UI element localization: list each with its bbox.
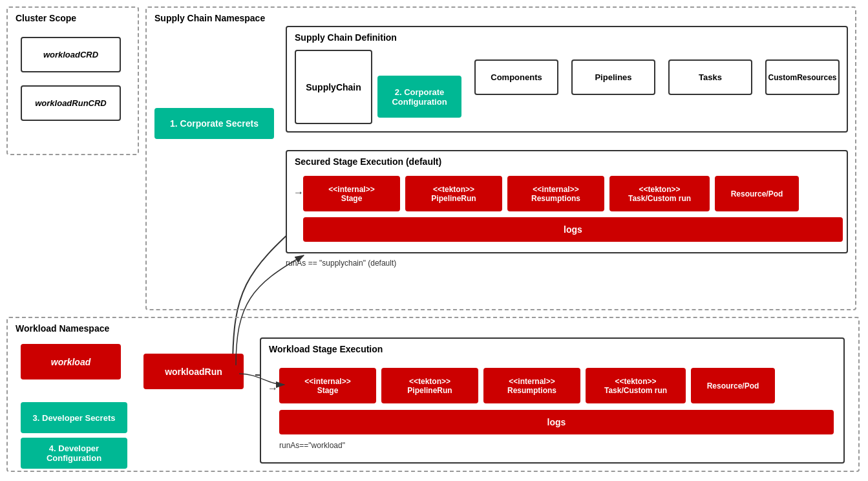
workload-namespace-label: Workload Namespace bbox=[16, 323, 109, 334]
cluster-scope-region: Cluster Scope workloadCRD workloadRunCRD bbox=[6, 6, 139, 155]
workload-internal-resumptions: <<internal>> Resumptions bbox=[483, 368, 580, 403]
workload-internal-stage: <<internal>> Stage bbox=[279, 368, 376, 403]
workload-logs-bar: logs bbox=[279, 410, 834, 434]
workload-tekton-pipeline: <<tekton>> PipelineRun bbox=[381, 368, 478, 403]
secured-tekton-pipeline: <<tekton>> PipelineRun bbox=[405, 176, 502, 211]
tasks-box: Tasks bbox=[668, 59, 752, 95]
corporate-config-box: 2. Corporate Configuration bbox=[377, 76, 461, 118]
workload-stage-label: Workload Stage Execution bbox=[269, 344, 383, 354]
pipelines-box: Pipelines bbox=[571, 59, 655, 95]
cluster-scope-label: Cluster Scope bbox=[16, 13, 76, 23]
supply-chain-box: SupplyChain bbox=[295, 50, 372, 124]
supply-chain-def-region: Supply Chain Definition SupplyChain 2. C… bbox=[286, 26, 848, 133]
secured-internal-stage: <<internal>> Stage bbox=[303, 176, 400, 211]
secured-internal-resumptions: <<internal>> Resumptions bbox=[507, 176, 604, 211]
run-as-supplychain-label: runAs == "supplychain" (default) bbox=[286, 259, 396, 268]
secured-stage-region: Secured Stage Execution (default) → <<in… bbox=[286, 150, 848, 253]
corporate-secrets-box: 1. Corporate Secrets bbox=[154, 108, 274, 139]
secured-resource-pod: Resource/Pod bbox=[715, 176, 799, 211]
secured-stage-label: Secured Stage Execution (default) bbox=[295, 156, 441, 167]
workload-arrow-indicator: → bbox=[268, 383, 278, 394]
secured-logs-bar: logs bbox=[303, 217, 843, 242]
workload-run-crd-box: workloadRunCRD bbox=[21, 85, 121, 121]
supply-chain-def-label: Supply Chain Definition bbox=[295, 32, 397, 43]
workload-resource-pod: Resource/Pod bbox=[691, 368, 775, 403]
workload-crd-box: workloadCRD bbox=[21, 37, 121, 72]
workload-run-box: workloadRun bbox=[143, 354, 244, 389]
workload-box: workload bbox=[21, 344, 121, 379]
supply-chain-namespace-region: Supply Chain Namespace 1. Corporate Secr… bbox=[145, 6, 856, 310]
workload-namespace-region: Workload Namespace workload 3. Developer… bbox=[6, 317, 860, 472]
run-as-workload-label: runAs=="workload" bbox=[279, 441, 345, 450]
custom-resources-box: CustomResources bbox=[765, 59, 840, 95]
secured-arrow-indicator: → bbox=[293, 187, 304, 198]
diagram-container: Cluster Scope workloadCRD workloadRunCRD… bbox=[0, 0, 868, 481]
workload-tekton-task: <<tekton>> Task/Custom run bbox=[586, 368, 686, 403]
components-box: Components bbox=[474, 59, 558, 95]
developer-config-box: 4. Developer Configuration bbox=[21, 438, 127, 469]
developer-secrets-box: 3. Developer Secrets bbox=[21, 402, 127, 433]
workload-stage-region: Workload Stage Execution → <<internal>> … bbox=[260, 337, 845, 464]
workload-stage-boxes: <<internal>> Stage <<tekton>> PipelineRu… bbox=[279, 368, 775, 403]
secured-stage-boxes: <<internal>> Stage <<tekton>> PipelineRu… bbox=[303, 176, 799, 211]
secured-tekton-task: <<tekton>> Task/Custom run bbox=[609, 176, 710, 211]
supply-chain-namespace-label: Supply Chain Namespace bbox=[154, 13, 265, 23]
